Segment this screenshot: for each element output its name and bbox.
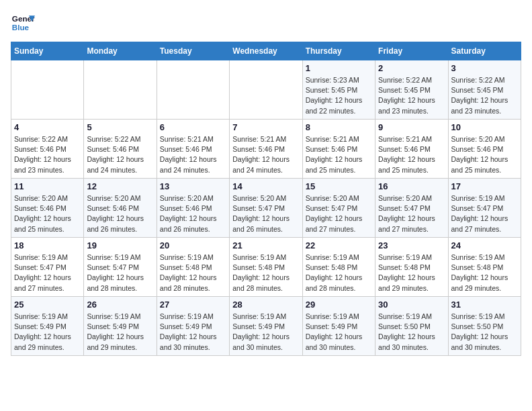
day-number: 7: [232, 122, 299, 132]
day-number: 11: [14, 181, 81, 191]
calendar-cell: [11, 60, 84, 120]
day-number: 14: [232, 181, 299, 191]
calendar-cell: 29Sunrise: 5:19 AM Sunset: 5:49 PM Dayli…: [302, 297, 375, 356]
day-detail: Sunrise: 5:19 AM Sunset: 5:48 PM Dayligh…: [232, 253, 299, 293]
day-detail: Sunrise: 5:22 AM Sunset: 5:46 PM Dayligh…: [87, 134, 153, 175]
day-detail: Sunrise: 5:21 AM Sunset: 5:46 PM Dayligh…: [232, 134, 299, 175]
day-number: 3: [451, 63, 518, 73]
day-detail: Sunrise: 5:19 AM Sunset: 5:48 PM Dayligh…: [306, 253, 372, 293]
svg-text:Blue: Blue: [12, 23, 30, 32]
day-detail: Sunrise: 5:19 AM Sunset: 5:49 PM Dayligh…: [232, 312, 299, 353]
day-detail: Sunrise: 5:22 AM Sunset: 5:45 PM Dayligh…: [451, 75, 518, 116]
day-of-week-wednesday: Wednesday: [230, 42, 302, 60]
day-detail: Sunrise: 5:21 AM Sunset: 5:46 PM Dayligh…: [160, 134, 226, 175]
day-detail: Sunrise: 5:23 AM Sunset: 5:45 PM Dayligh…: [306, 75, 372, 116]
day-number: 15: [306, 181, 372, 191]
calendar-cell: [230, 60, 302, 120]
calendar-cell: 23Sunrise: 5:19 AM Sunset: 5:48 PM Dayli…: [375, 238, 448, 297]
day-number: 5: [87, 122, 153, 132]
calendar-cell: 13Sunrise: 5:20 AM Sunset: 5:46 PM Dayli…: [157, 179, 229, 238]
calendar-cell: 16Sunrise: 5:20 AM Sunset: 5:47 PM Dayli…: [375, 179, 448, 238]
calendar-cell: 25Sunrise: 5:19 AM Sunset: 5:49 PM Dayli…: [11, 297, 84, 356]
day-detail: Sunrise: 5:19 AM Sunset: 5:48 PM Dayligh…: [451, 253, 518, 293]
day-detail: Sunrise: 5:21 AM Sunset: 5:46 PM Dayligh…: [378, 134, 445, 175]
calendar-cell: 8Sunrise: 5:21 AM Sunset: 5:46 PM Daylig…: [302, 120, 375, 179]
calendar-cell: 31Sunrise: 5:19 AM Sunset: 5:50 PM Dayli…: [448, 297, 521, 356]
day-detail: Sunrise: 5:19 AM Sunset: 5:47 PM Dayligh…: [451, 193, 518, 234]
calendar-cell: [84, 60, 157, 120]
calendar-cell: [157, 60, 229, 120]
calendar-cell: 12Sunrise: 5:20 AM Sunset: 5:46 PM Dayli…: [84, 179, 157, 238]
calendar-cell: 6Sunrise: 5:21 AM Sunset: 5:46 PM Daylig…: [157, 120, 229, 179]
day-number: 8: [306, 122, 372, 132]
day-of-week-saturday: Saturday: [448, 42, 521, 60]
calendar-table: SundayMondayTuesdayWednesdayThursdayFrid…: [11, 42, 521, 356]
day-detail: Sunrise: 5:20 AM Sunset: 5:47 PM Dayligh…: [306, 193, 372, 234]
day-detail: Sunrise: 5:19 AM Sunset: 5:49 PM Dayligh…: [14, 312, 81, 353]
day-detail: Sunrise: 5:20 AM Sunset: 5:46 PM Dayligh…: [87, 193, 153, 234]
calendar-cell: 30Sunrise: 5:19 AM Sunset: 5:50 PM Dayli…: [375, 297, 448, 356]
day-detail: Sunrise: 5:19 AM Sunset: 5:49 PM Dayligh…: [160, 312, 226, 353]
day-detail: Sunrise: 5:19 AM Sunset: 5:48 PM Dayligh…: [378, 253, 445, 293]
day-detail: Sunrise: 5:22 AM Sunset: 5:46 PM Dayligh…: [14, 134, 81, 175]
day-of-week-thursday: Thursday: [302, 42, 375, 60]
calendar-cell: 9Sunrise: 5:21 AM Sunset: 5:46 PM Daylig…: [375, 120, 448, 179]
day-number: 29: [306, 300, 372, 310]
day-number: 25: [14, 300, 81, 310]
calendar-cell: 28Sunrise: 5:19 AM Sunset: 5:49 PM Dayli…: [230, 297, 302, 356]
day-number: 12: [87, 181, 153, 191]
day-number: 2: [378, 63, 445, 73]
calendar-cell: 5Sunrise: 5:22 AM Sunset: 5:46 PM Daylig…: [84, 120, 157, 179]
day-detail: Sunrise: 5:21 AM Sunset: 5:46 PM Dayligh…: [306, 134, 372, 175]
day-number: 23: [378, 240, 445, 250]
calendar-cell: 7Sunrise: 5:21 AM Sunset: 5:46 PM Daylig…: [230, 120, 302, 179]
day-number: 13: [160, 181, 226, 191]
day-detail: Sunrise: 5:20 AM Sunset: 5:46 PM Dayligh…: [14, 193, 81, 234]
day-detail: Sunrise: 5:19 AM Sunset: 5:50 PM Dayligh…: [378, 312, 445, 353]
day-number: 18: [14, 240, 81, 250]
day-number: 31: [451, 300, 518, 310]
calendar-cell: 20Sunrise: 5:19 AM Sunset: 5:48 PM Dayli…: [157, 238, 229, 297]
day-number: 27: [160, 300, 226, 310]
day-number: 9: [378, 122, 445, 132]
day-number: 26: [87, 300, 153, 310]
day-number: 30: [378, 300, 445, 310]
calendar-cell: 14Sunrise: 5:20 AM Sunset: 5:47 PM Dayli…: [230, 179, 302, 238]
day-of-week-sunday: Sunday: [11, 42, 84, 60]
calendar-cell: 26Sunrise: 5:19 AM Sunset: 5:49 PM Dayli…: [84, 297, 157, 356]
calendar-cell: 22Sunrise: 5:19 AM Sunset: 5:48 PM Dayli…: [302, 238, 375, 297]
day-detail: Sunrise: 5:20 AM Sunset: 5:46 PM Dayligh…: [451, 134, 518, 175]
day-number: 20: [160, 240, 226, 250]
day-detail: Sunrise: 5:20 AM Sunset: 5:47 PM Dayligh…: [232, 193, 299, 234]
day-number: 4: [14, 122, 81, 132]
day-detail: Sunrise: 5:19 AM Sunset: 5:50 PM Dayligh…: [451, 312, 518, 353]
day-number: 21: [232, 240, 299, 250]
calendar-cell: 2Sunrise: 5:22 AM Sunset: 5:45 PM Daylig…: [375, 60, 448, 120]
day-number: 1: [306, 63, 372, 73]
page-header: General Blue: [11, 11, 521, 35]
day-number: 17: [451, 181, 518, 191]
day-detail: Sunrise: 5:19 AM Sunset: 5:49 PM Dayligh…: [306, 312, 372, 353]
calendar-cell: 1Sunrise: 5:23 AM Sunset: 5:45 PM Daylig…: [302, 60, 375, 120]
day-number: 28: [232, 300, 299, 310]
calendar-cell: 19Sunrise: 5:19 AM Sunset: 5:47 PM Dayli…: [84, 238, 157, 297]
day-detail: Sunrise: 5:22 AM Sunset: 5:45 PM Dayligh…: [378, 75, 445, 116]
calendar-cell: 17Sunrise: 5:19 AM Sunset: 5:47 PM Dayli…: [448, 179, 521, 238]
day-number: 6: [160, 122, 226, 132]
calendar-cell: 21Sunrise: 5:19 AM Sunset: 5:48 PM Dayli…: [230, 238, 302, 297]
calendar-cell: 15Sunrise: 5:20 AM Sunset: 5:47 PM Dayli…: [302, 179, 375, 238]
day-detail: Sunrise: 5:19 AM Sunset: 5:47 PM Dayligh…: [87, 253, 153, 293]
day-number: 10: [451, 122, 518, 132]
logo: General Blue: [11, 11, 35, 35]
day-of-week-monday: Monday: [84, 42, 157, 60]
calendar-cell: 4Sunrise: 5:22 AM Sunset: 5:46 PM Daylig…: [11, 120, 84, 179]
day-number: 24: [451, 240, 518, 250]
day-detail: Sunrise: 5:19 AM Sunset: 5:49 PM Dayligh…: [87, 312, 153, 353]
day-detail: Sunrise: 5:19 AM Sunset: 5:47 PM Dayligh…: [14, 253, 81, 293]
calendar-cell: 3Sunrise: 5:22 AM Sunset: 5:45 PM Daylig…: [448, 60, 521, 120]
calendar-cell: 18Sunrise: 5:19 AM Sunset: 5:47 PM Dayli…: [11, 238, 84, 297]
day-detail: Sunrise: 5:20 AM Sunset: 5:47 PM Dayligh…: [378, 193, 445, 234]
day-number: 22: [306, 240, 372, 250]
day-number: 16: [378, 181, 445, 191]
calendar-cell: 24Sunrise: 5:19 AM Sunset: 5:48 PM Dayli…: [448, 238, 521, 297]
